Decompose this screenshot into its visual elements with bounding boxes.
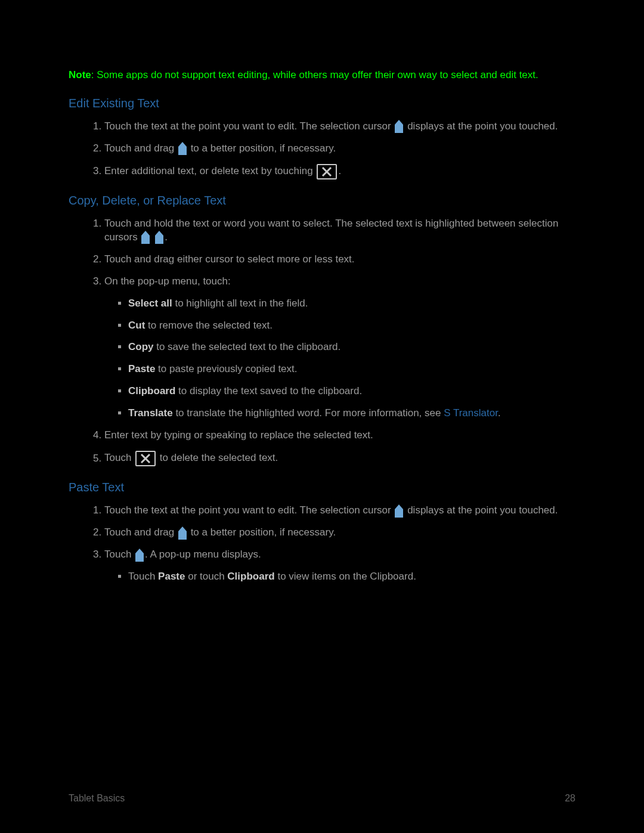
menu-paste: Paste to paste previously copied text.	[128, 363, 575, 376]
page: Note: Some apps do not support text edit…	[0, 0, 644, 833]
footer-section: Tablet Basics	[69, 792, 125, 805]
footer-page: 28	[565, 792, 575, 805]
menu-translate: Translate to translate the highlighted w…	[128, 407, 575, 420]
cursor-icon	[178, 527, 187, 540]
note-text: : Some apps do not support text editing,…	[91, 69, 538, 80]
heading-paste-text: Paste Text	[69, 479, 575, 496]
cursor-icon	[395, 504, 403, 518]
list-item: On the pop-up menu, touch: Select all to…	[104, 275, 575, 421]
list-item: Enter text by typing or speaking to repl…	[104, 429, 575, 442]
backspace-icon	[135, 451, 156, 466]
cursor-icon	[395, 120, 403, 133]
cursor-icon	[178, 142, 187, 155]
list-item: Touch and hold the text or word you want…	[104, 217, 575, 244]
list-edit-existing: Touch the text at the point you want to …	[69, 120, 575, 179]
link-s-translator[interactable]: S Translator	[444, 407, 498, 419]
list-item: Touch the text at the point you want to …	[104, 120, 575, 134]
note-label: Note	[69, 69, 91, 80]
cursor-icon	[155, 231, 163, 244]
popup-menu-list: Select all to highlight all text in the …	[104, 297, 575, 421]
menu-select-all: Select all to highlight all text in the …	[128, 297, 575, 311]
heading-edit-existing: Edit Existing Text	[69, 95, 575, 112]
menu-clipboard: Clipboard to display the text saved to t…	[128, 385, 575, 398]
list-item: Touch Paste or touch Clipboard to view i…	[128, 570, 575, 584]
menu-cut: Cut to remove the selected text.	[128, 319, 575, 333]
menu-copy: Copy to save the selected text to the cl…	[128, 340, 575, 354]
list-item: Touch and drag to a better position, if …	[104, 142, 575, 156]
list-item: Touch to delete the selected text.	[104, 451, 575, 466]
list-paste-text: Touch the text at the point you want to …	[69, 504, 575, 584]
list-item: Touch and drag to a better position, if …	[104, 526, 575, 540]
backspace-icon	[317, 164, 337, 179]
sub-list: Touch Paste or touch Clipboard to view i…	[104, 570, 575, 584]
list-item: Touch . A pop-up menu displays. Touch Pa…	[104, 548, 575, 584]
cursor-icon	[135, 549, 144, 562]
cursor-icon	[141, 231, 150, 244]
list-copy-delete-replace: Touch and hold the text or word you want…	[69, 217, 575, 466]
list-item: Enter additional text, or delete text by…	[104, 164, 575, 179]
list-item: Touch and drag either cursor to select m…	[104, 253, 575, 267]
footer: Tablet Basics 28	[69, 792, 575, 805]
list-item: Touch the text at the point you want to …	[104, 504, 575, 518]
heading-copy-delete-replace: Copy, Delete, or Replace Text	[69, 193, 575, 209]
note-block: Note: Some apps do not support text edit…	[69, 69, 575, 82]
